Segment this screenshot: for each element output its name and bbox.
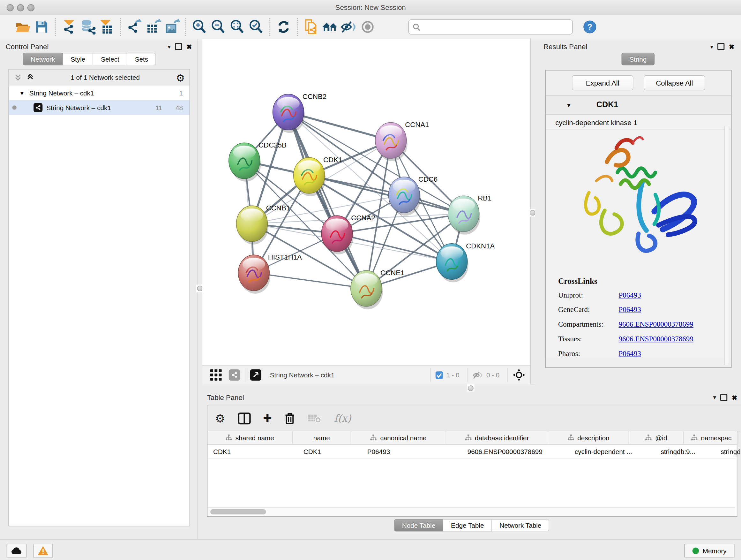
import-network-file-button[interactable]: [60, 17, 78, 37]
gene-expander-icon[interactable]: ▼: [566, 102, 572, 109]
network-node-hist1h1a[interactable]: HIST1H1A: [238, 253, 302, 294]
panel-close-icon[interactable]: ✖: [732, 394, 737, 401]
gear-icon[interactable]: ⚙: [176, 72, 185, 82]
zoom-out-button[interactable]: [209, 17, 228, 37]
collapse-all-button[interactable]: Collapse All: [644, 75, 705, 90]
column-header-canonical-name[interactable]: canonical name: [351, 431, 446, 444]
crosslink-link[interactable]: P06493: [619, 349, 641, 358]
network-node-cdc25b[interactable]: CDC25B: [229, 141, 286, 182]
column-header-name[interactable]: name: [293, 431, 351, 444]
search-box[interactable]: [408, 19, 573, 35]
network-node-cdc6[interactable]: CDC6: [388, 175, 437, 216]
tab-string[interactable]: String: [621, 53, 655, 65]
crosslink-link[interactable]: P06493: [619, 291, 641, 300]
network-node-rb1[interactable]: RB1: [448, 194, 492, 235]
network-edge[interactable]: [309, 175, 464, 213]
memory-button[interactable]: Memory: [684, 544, 734, 557]
collapse-all-icon[interactable]: [14, 74, 22, 81]
tab-node-table[interactable]: Node Table: [394, 519, 444, 532]
equation-builder-icon[interactable]: f(x): [334, 413, 351, 424]
search-input[interactable]: [421, 23, 569, 31]
clone-network-button[interactable]: [301, 17, 320, 37]
tab-network-table[interactable]: Network Table: [492, 519, 549, 532]
crosslink-link[interactable]: P06493: [619, 306, 641, 314]
help-button[interactable]: ?: [581, 17, 599, 37]
import-table-file-button[interactable]: [97, 17, 116, 37]
table-cell[interactable]: P06493: [361, 444, 462, 458]
hide-selected-button[interactable]: [339, 17, 358, 37]
network-graph[interactable]: CCNB2CCNA1CDC25BCDK1CDC6RB1CCNB1CCNA2CDK…: [202, 39, 530, 365]
panel-collapse-icon[interactable]: ▾: [167, 43, 171, 50]
network-edge[interactable]: [254, 273, 366, 289]
crosslink-link[interactable]: 9606.ENSP00000378699: [619, 335, 693, 344]
tab-sets[interactable]: Sets: [127, 53, 156, 65]
tab-edge-table[interactable]: Edge Table: [443, 519, 492, 532]
network-row[interactable]: String Network – cdk1 11 48: [9, 100, 190, 115]
panel-float-icon[interactable]: [718, 43, 725, 50]
panel-float-icon[interactable]: [720, 394, 727, 401]
tab-style[interactable]: Style: [63, 53, 93, 65]
panel-close-icon[interactable]: ✖: [729, 43, 734, 51]
column-header--id[interactable]: @id: [629, 431, 684, 444]
network-canvas[interactable]: CCNB2CCNA1CDC25BCDK1CDC6RB1CCNB1CCNA2CDK…: [202, 39, 530, 365]
table-hscrollbar[interactable]: [208, 507, 736, 516]
export-image-button[interactable]: [162, 17, 181, 37]
table-cell[interactable]: stringdb:9...: [655, 444, 715, 458]
tree-expander-icon[interactable]: ▼: [19, 90, 24, 96]
grid-view-icon[interactable]: [210, 369, 222, 381]
table-cell[interactable]: cyclin-dependent ...: [569, 444, 655, 458]
crosslink-link[interactable]: 9606.ENSP00000378699: [619, 320, 693, 329]
column-header-namespac[interactable]: namespac: [684, 431, 739, 444]
delete-column-trash-icon[interactable]: [284, 412, 295, 425]
first-neighbors-button[interactable]: [320, 17, 339, 37]
delete-table-icon[interactable]: [308, 413, 322, 424]
panel-collapse-icon[interactable]: ▾: [713, 394, 716, 401]
gene-section-header[interactable]: ▼ CDK1: [546, 96, 731, 115]
birdseye-view-icon[interactable]: [250, 369, 261, 381]
table-settings-gear-icon[interactable]: ⚙: [215, 413, 225, 424]
save-session-button[interactable]: [32, 17, 51, 37]
results-scrollbar[interactable]: [724, 126, 729, 365]
network-edge[interactable]: [288, 112, 366, 288]
expand-all-icon[interactable]: [26, 74, 35, 81]
table-cell[interactable]: CDK1: [207, 444, 298, 458]
column-header-description[interactable]: description: [548, 431, 629, 444]
hidden-eye-icon[interactable]: [472, 370, 483, 379]
zoom-fit-button[interactable]: [228, 17, 247, 37]
node-table[interactable]: shared namenamecanonical namedatabase id…: [207, 431, 738, 517]
export-table-button[interactable]: [144, 17, 162, 37]
panel-collapse-icon[interactable]: ▾: [711, 43, 714, 50]
network-collection-row[interactable]: ▼ String Network – cdk1 1: [9, 85, 190, 100]
export-network-button[interactable]: [125, 17, 144, 37]
add-column-icon[interactable]: ✚: [263, 413, 272, 424]
network-node-ccna2[interactable]: CCNA2: [321, 214, 375, 254]
refresh-layout-button[interactable]: [274, 17, 293, 37]
show-columns-icon[interactable]: [238, 412, 251, 425]
network-badge-icon[interactable]: [229, 369, 240, 381]
close-window-icon[interactable]: [7, 4, 14, 11]
network-node-ccnb2[interactable]: CCNB2: [273, 92, 327, 133]
table-cell[interactable]: stringdb: [715, 444, 741, 458]
expand-all-button[interactable]: Expand All: [572, 75, 633, 90]
splitter-handle[interactable]: [467, 384, 475, 392]
show-all-button[interactable]: [358, 17, 377, 37]
panel-close-icon[interactable]: ✖: [186, 43, 192, 51]
column-header-shared-name[interactable]: shared name: [207, 431, 293, 444]
column-header-database-identifier[interactable]: database identifier: [446, 431, 548, 444]
minimize-window-icon[interactable]: [17, 4, 24, 11]
zoom-window-icon[interactable]: [27, 4, 35, 11]
import-network-database-button[interactable]: [78, 17, 97, 37]
cloud-status-button[interactable]: [7, 544, 26, 557]
zoom-in-button[interactable]: [190, 17, 209, 37]
table-cell[interactable]: CDK1: [298, 444, 361, 458]
fit-selected-icon[interactable]: [512, 368, 525, 381]
panel-float-icon[interactable]: [175, 43, 182, 50]
tab-select[interactable]: Select: [93, 53, 127, 65]
warnings-button[interactable]: [33, 544, 53, 557]
table-cell[interactable]: 9606.ENSP00000378699: [462, 444, 569, 458]
network-node-ccne1[interactable]: CCNE1: [351, 269, 405, 309]
tab-network[interactable]: Network: [23, 53, 63, 65]
selected-checkbox-icon[interactable]: [435, 371, 443, 379]
open-session-button[interactable]: [13, 17, 32, 37]
zoom-selected-button[interactable]: [247, 17, 266, 37]
